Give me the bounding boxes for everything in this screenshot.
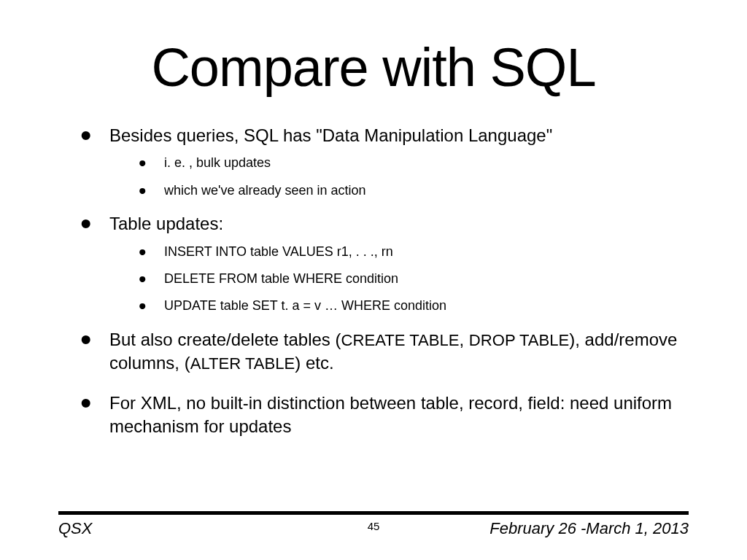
footer: QSX February 26 -March 1, 2013 45 <box>58 511 689 538</box>
sub-2-2: DELETE FROM table WHERE condition <box>124 271 689 287</box>
sub-1-1: i. e. , bulk updates <box>124 155 689 171</box>
bullet-3-part4: ) etc. <box>295 353 333 373</box>
sql-create: CREATE TABLE <box>341 331 460 349</box>
bullet-list: Besides queries, SQL has "Data Manipulat… <box>58 124 689 438</box>
sub-list-1: i. e. , bulk updates which we've already… <box>109 155 689 199</box>
sql-alter: ALTER TABLE <box>190 354 295 373</box>
bullet-3-part2: , <box>459 330 468 349</box>
sub-2-1: INSERT INTO table VALUES r1, . . ., rn <box>124 244 689 260</box>
page-number: 45 <box>368 520 380 532</box>
bullet-1-text: Besides queries, SQL has "Data Manipulat… <box>109 125 552 145</box>
footer-divider <box>58 511 689 515</box>
bullet-3-part1: But also create/delete tables ( <box>109 330 341 349</box>
bullet-4: For XML, no built-in distinction between… <box>80 392 689 439</box>
sub-list-2: INSERT INTO table VALUES r1, . . ., rn D… <box>109 244 689 315</box>
footer-left: QSX <box>58 519 92 538</box>
bullet-4-text: For XML, no built-in distinction between… <box>109 393 672 436</box>
sub-2-3: UPDATE table SET t. a = v … WHERE condit… <box>124 298 689 314</box>
footer-right: February 26 -March 1, 2013 <box>489 519 689 538</box>
bullet-3: But also create/delete tables (CREATE TA… <box>80 328 689 376</box>
bullet-1: Besides queries, SQL has "Data Manipulat… <box>80 124 689 199</box>
sub-1-2: which we've already seen in action <box>124 182 689 199</box>
bullet-2: Table updates: INSERT INTO table VALUES … <box>80 212 689 315</box>
sql-drop: DROP TABLE <box>469 331 569 349</box>
slide-container: Compare with SQL Besides queries, SQL ha… <box>0 0 747 560</box>
bullet-2-text: Table updates: <box>109 214 223 233</box>
slide-title: Compare with SQL <box>58 36 689 98</box>
